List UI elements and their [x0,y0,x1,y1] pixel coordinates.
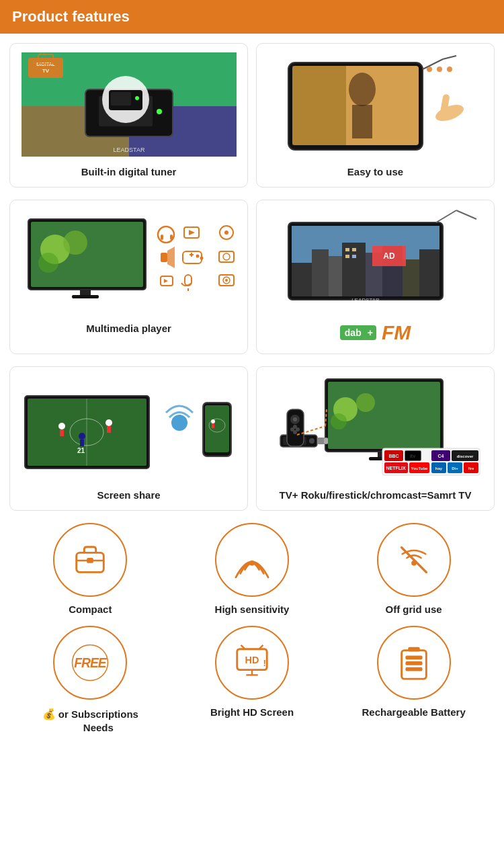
page-header: Product features [0,0,504,34]
screen-share-svg: 21 LEADSTAR [22,376,237,480]
svg-text:hay: hay [435,466,442,470]
icon-feature-off-grid: Off grid use [347,523,481,615]
svg-rect-89 [80,440,84,446]
digital-tuner-svg: DIGITAL TV LEADSTAR [22,52,237,157]
easy-to-use-svg [268,52,483,157]
svg-point-45 [224,231,228,235]
svg-rect-66 [312,249,329,296]
svg-point-94 [171,415,187,431]
svg-rect-159 [405,667,422,671]
money-bag-icon: 💰 [42,708,56,720]
svg-point-29 [427,67,432,72]
svg-point-115 [293,425,297,429]
svg-text:!: ! [263,658,266,668]
svg-point-104 [331,413,347,429]
multimedia-label: Multimedia player [86,320,171,337]
svg-text:BBC: BBC [388,454,398,458]
svg-rect-24 [352,105,372,138]
feature-row-3: 21 LEADSTAR Screen share [9,366,495,511]
feature-card-multimedia: Multimedia player [9,200,248,354]
multimedia-image [15,207,242,315]
svg-text:fire: fire [468,466,474,470]
off-grid-label: Off grid use [386,604,442,615]
compact-icon [71,541,109,579]
page-title: Product features [12,8,492,26]
svg-rect-46 [161,253,167,262]
svg-point-88 [79,433,85,440]
svg-point-18 [135,96,139,100]
svg-point-112 [293,417,297,421]
svg-point-30 [437,67,442,72]
svg-rect-72 [419,249,439,296]
easy-to-use-label: Easy to use [347,163,403,180]
svg-text:C4: C4 [437,454,444,458]
smart-tv-svg: BBC itv NETFLIX YouTube C4 hay [268,376,483,480]
dab-plus-sign: + [366,325,376,340]
svg-text:YouTube: YouTube [411,466,427,470]
svg-text:TV: TV [42,68,49,74]
smart-tv-image: BBC itv NETFLIX YouTube C4 hay [262,374,489,481]
svg-rect-40 [161,235,163,240]
svg-point-39 [158,226,174,243]
svg-text:LEADSTAR: LEADSTAR [113,147,144,153]
smart-tv-label: TV+ Roku/firestick/chromcast=Samrt TV [280,487,472,503]
svg-rect-75 [345,255,349,258]
battery-icon [395,644,433,682]
svg-point-116 [293,430,297,434]
feature-card-screen-share: 21 LEADSTAR Screen share [9,366,248,511]
svg-rect-67 [329,256,342,296]
hd-label: Bright HD Screen [210,706,294,718]
feature-card-dab-fm: AD LEADSTAR dab + FM [256,200,495,354]
icon-row-2: FREE 💰 or Subscriptions Needs [9,626,495,734]
screen-share-image: 21 LEADSTAR [15,374,242,481]
svg-marker-43 [189,230,195,235]
compact-icon-circle [53,523,127,597]
svg-rect-38 [72,295,99,298]
svg-text:Di+: Di+ [452,466,458,470]
svg-rect-99 [212,423,214,428]
svg-rect-76 [352,255,356,258]
svg-rect-17 [111,92,131,106]
hd-icon-circle: HD ! [215,626,289,700]
svg-rect-73 [345,248,349,251]
svg-line-79 [436,210,456,222]
screen-share-label: Screen share [97,487,160,503]
icon-row-1: Compact High sensitivity [9,523,495,615]
svg-point-23 [349,73,376,106]
svg-point-35 [63,231,87,255]
svg-rect-156 [408,647,419,652]
svg-rect-37 [80,290,91,295]
svg-point-109 [309,438,314,444]
svg-line-26 [443,56,456,59]
multimedia-svg [22,209,237,313]
svg-rect-41 [170,235,173,240]
svg-text:NETFLIX: NETFLIX [386,466,405,470]
svg-point-61 [225,279,228,282]
svg-text:FREE: FREE [75,655,108,670]
svg-text:HD: HD [245,655,259,665]
svg-line-80 [456,210,476,219]
feature-row-2: Multimedia player [9,200,495,354]
svg-marker-56 [164,279,168,283]
svg-rect-65 [292,263,312,296]
free-icon-circle: FREE [53,626,127,700]
sensitivity-icon [233,541,271,579]
icon-feature-battery: Rechargeable Battery [347,626,481,734]
svg-rect-91 [107,426,111,433]
off-grid-icon-circle [377,523,451,597]
free-icon: FREE [71,644,109,682]
main-content: DIGITAL TV LEADSTAR Built-in digital tun… [0,34,504,754]
icon-feature-free: FREE 💰 or Subscriptions Needs [23,626,157,734]
svg-text:LEADSTAR: LEADSTAR [74,470,98,475]
svg-point-98 [211,419,215,423]
feature-card-smart-tv: BBC itv NETFLIX YouTube C4 hay [256,366,495,511]
off-grid-icon [395,541,433,579]
svg-point-36 [38,253,58,273]
svg-text:itv: itv [409,454,415,458]
svg-rect-96 [205,405,229,452]
icon-feature-sensitivity: High sensitivity [185,523,319,615]
svg-rect-118 [324,438,328,444]
svg-rect-158 [405,661,422,665]
dab-badge: dab [340,325,366,340]
svg-text:21: 21 [77,447,85,454]
